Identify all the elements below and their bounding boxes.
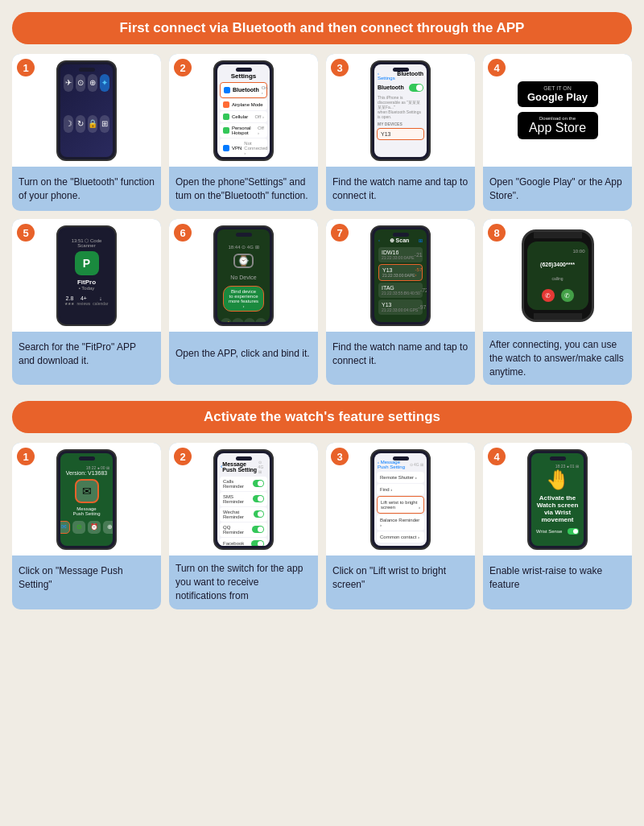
wrist-screen: 18:23 ● 01 ⊞ 🤚 Activate the Watch screen… <box>531 453 584 546</box>
msg-push-icon-box: ✉ <box>75 479 99 503</box>
sms-reminder: SMS Reminder <box>220 492 267 506</box>
y13-scan-device2: Y13 21:22:33:00:04:GPS -97 <box>378 299 423 315</box>
step-5-card: 5 13:51 ⬡ Code Scanner P FitPro • Today … <box>12 219 161 385</box>
bt-dot <box>224 87 230 93</box>
google-play-get-it: GET IT ON <box>526 85 590 91</box>
step-7-desc: Find the watch name and tap to connect i… <box>326 332 475 376</box>
msg-push-version: Version: V13683 <box>66 470 107 476</box>
step-s2-4-image: 4 18:23 ● 01 ⊞ 🤚 Activate the Watch scre… <box>483 443 632 555</box>
stat-calories: 2.8 ★★★ <box>64 295 74 306</box>
step-2-desc: Open the phone"Settings" and tum on the"… <box>169 167 318 211</box>
airplane-setting: Airplane Mode <box>220 99 267 110</box>
step-6-desc: Open the APP, click and bind it. <box>169 332 318 376</box>
wechat-icon: ⊙ <box>72 521 85 534</box>
phone-screen-s2-2: ‹ Message Push Setting ⊙ 4G ⊞ Calls Remi… <box>217 453 270 546</box>
step-7-number: 7 <box>331 224 349 242</box>
step-6-card: 6 18:44 ⊙ 4G ⊞ ⌚ No Device Bind device t… <box>169 219 318 385</box>
settings-screen: Settings Bluetooth On › Airplane Mode <box>217 64 270 157</box>
cellular-setting: Cellular Off › <box>220 111 267 122</box>
step-s2-2-image: 2 ‹ Message Push Setting ⊙ 4G ⊞ Calls Re… <box>169 443 318 555</box>
msg-icon: ✉ <box>60 521 70 534</box>
step-6-number: 6 <box>174 224 192 242</box>
watch-call-status: calling <box>551 276 563 281</box>
google-play-name: Google Play <box>526 91 590 104</box>
step-4-card: 4 GET IT ON Google Play Download on the … <box>483 54 632 211</box>
section2-header: Activate the watch's feature settings <box>12 401 632 433</box>
hotspot-setting: Personal Hotspot Off › <box>220 123 267 138</box>
step-7-image: 7 ‹ ⊕ Scan ⊞ IDW16 21:22:33:00:0AP <box>326 219 475 332</box>
step-s2-1-image: 1 18:22 ● 00 ⊞ Version: V13683 ✉ Message… <box>12 443 161 555</box>
step-s2-3-card: 3 ‹ MessagePush Setting ⊙ 4G ⊞ Remote Sh… <box>326 443 475 609</box>
phone-mockup-7: ‹ ⊕ Scan ⊞ IDW16 21:22:33:00:0APE -21 <box>370 225 431 326</box>
phone-mockup-s2-2: ‹ Message Push Setting ⊙ 4G ⊞ Calls Remi… <box>213 449 274 550</box>
bt-control-center: ✈ ⊙ ⊕ ✦ ☽ ↻ 🔒 ⊞ <box>60 64 113 157</box>
phone-mockup-5: 13:51 ⬡ Code Scanner P FitPro • Today 2.… <box>56 225 117 326</box>
step-8-image: 8 10:00 (626)3400**** calling ✆ ✆ <box>483 219 632 332</box>
watch-call-screen: 10:00 (626)3400**** calling ✆ ✆ <box>527 242 588 310</box>
watch-mockup: 10:00 (626)3400**** calling ✆ ✆ <box>522 229 594 322</box>
phone-notch-s2-1 <box>79 456 95 460</box>
step-s2-2-card: 2 ‹ Message Push Setting ⊙ 4G ⊞ Calls Re… <box>169 443 318 609</box>
bt-icon: ⊕ <box>88 74 97 92</box>
bt-active-icon: ✦ <box>100 74 109 92</box>
app-icons-row: ✉ ⊙ ⏰ ⊕ <box>60 521 113 534</box>
wrist-toggle-row: Wrist Sense <box>536 528 579 535</box>
phone-screen-s2-3: ‹ MessagePush Setting ⊙ 4G ⊞ Remote Shut… <box>374 453 427 546</box>
calls-toggle[interactable] <box>253 480 264 487</box>
watch-call-buttons: ✆ ✆ <box>542 289 574 302</box>
phone-mockup-6: 18:44 ⊙ 4G ⊞ ⌚ No Device Bind device to … <box>213 225 274 326</box>
fitpro-stats: 2.8 ★★★ 4+ reviews ↓ calendar <box>64 295 109 306</box>
bind-icon-3: ⚙ <box>244 318 255 322</box>
bind-header: 18:44 ⊙ 4G ⊞ <box>228 244 258 250</box>
wechat-toggle[interactable] <box>254 510 264 518</box>
bt-list-screen: ‹ Settings Bluetooth Bluetooth This iPho… <box>374 64 427 157</box>
step-1-image: 1 ✈ ⊙ ⊕ ✦ ☽ ↻ 🔒 ⊞ <box>12 54 161 167</box>
google-play-badge[interactable]: GET IT ON Google Play <box>518 81 598 108</box>
wrist-sense-toggle[interactable] <box>568 528 579 535</box>
wifi-icon: ⊙ <box>76 74 85 92</box>
phone-screen-6: 18:44 ⊙ 4G ⊞ ⌚ No Device Bind device to … <box>217 229 270 322</box>
remote-shutter-item: Remote Shutter › <box>377 472 424 483</box>
watch-answer-button[interactable]: ✆ <box>561 289 574 302</box>
app-store-name: App Store <box>526 121 590 135</box>
phone-notch-7 <box>393 233 409 237</box>
step-s2-1-card: 1 18:22 ● 00 ⊞ Version: V13683 ✉ Message… <box>12 443 161 609</box>
fitpro-screen: 13:51 ⬡ Code Scanner P FitPro • Today 2.… <box>60 229 113 322</box>
bind-icon-2: ♡ <box>232 318 243 322</box>
section2: Activate the watch's feature settings 1 … <box>12 401 632 609</box>
phone-screen-3: ‹ Settings Bluetooth Bluetooth This iPho… <box>374 64 427 157</box>
focus-icon: ☽ <box>64 115 73 133</box>
phone-mockup-2: Settings Bluetooth On › Airplane Mode <box>213 60 274 161</box>
fitpro-header: 13:51 ⬡ Code Scanner <box>64 237 109 248</box>
msg-setting-nav: ‹ Message Push Setting ⊙ 4G ⊞ <box>217 458 270 476</box>
app-stores-container: GET IT ON Google Play Download on the Ap… <box>510 54 606 167</box>
step-6-image: 6 18:44 ⊙ 4G ⊞ ⌚ No Device Bind device t… <box>169 219 318 332</box>
bind-device-button[interactable]: Bind device to experience more features … <box>223 286 264 312</box>
bind-screen: 18:44 ⊙ 4G ⊞ ⌚ No Device Bind device to … <box>217 229 270 322</box>
phone-mockup-s2-3: ‹ MessagePush Setting ⊙ 4G ⊞ Remote Shut… <box>370 449 431 550</box>
scan-screen: ‹ ⊕ Scan ⊞ IDW16 21:22:33:00:0APE -21 <box>374 229 427 322</box>
bind-icons-row: ⚡ ♡ ⚙ ✦ <box>221 318 266 322</box>
step-1-card: 1 ✈ ⊙ ⊕ ✦ ☽ ↻ 🔒 ⊞ Turn <box>12 54 161 211</box>
lift-wrist-item[interactable]: Lift wrist to bright screen › <box>377 496 424 514</box>
phone-notch-s2-2 <box>236 456 252 460</box>
find-item: Find › <box>377 484 424 495</box>
qq-toggle[interactable] <box>252 526 264 533</box>
stat-steps: 4+ reviews <box>76 295 90 306</box>
rotation-icon: ↻ <box>76 115 85 133</box>
bind-icon-4: ✦ <box>255 318 266 322</box>
bluetooth-setting: Bluetooth On › <box>220 82 267 98</box>
step-5-image: 5 13:51 ⬡ Code Scanner P FitPro • Today … <box>12 219 161 332</box>
fb-toggle[interactable] <box>251 540 264 546</box>
airplane-icon: ✈ <box>64 74 73 92</box>
step-s2-1-desc: Click on "Message Push Setting" <box>12 555 161 600</box>
app-store-badge[interactable]: Download on the App Store <box>518 112 598 139</box>
sms-toggle[interactable] <box>253 495 264 502</box>
watch-hang-button[interactable]: ✆ <box>542 289 555 302</box>
step-5-desc: Search for the "FitPro" APP and download… <box>12 332 161 376</box>
step-4-image: 4 GET IT ON Google Play Download on the … <box>483 54 632 167</box>
phone-notch-3 <box>393 68 409 72</box>
step-s2-3-desc: Click on "Lift wrist to bright screen" <box>326 555 475 600</box>
watch-top-strap <box>534 232 582 238</box>
fitpro-today: • Today <box>64 286 109 291</box>
